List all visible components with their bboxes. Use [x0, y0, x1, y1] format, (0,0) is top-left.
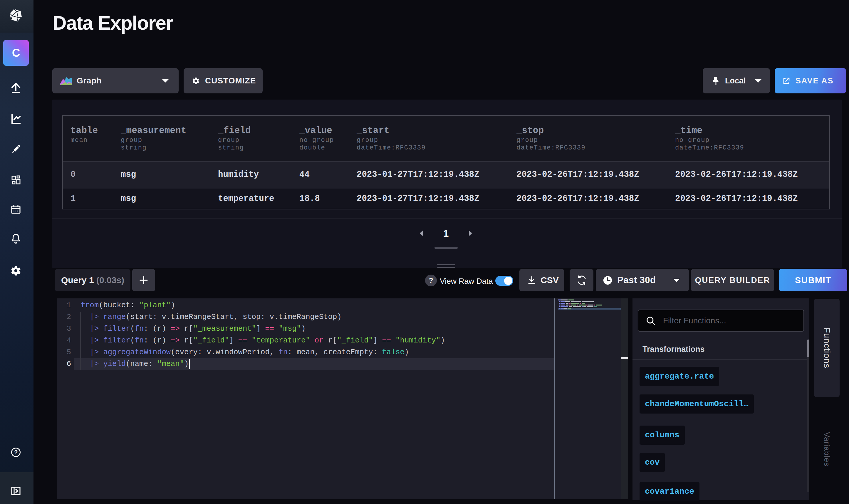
svg-text:?: ? [14, 449, 18, 455]
